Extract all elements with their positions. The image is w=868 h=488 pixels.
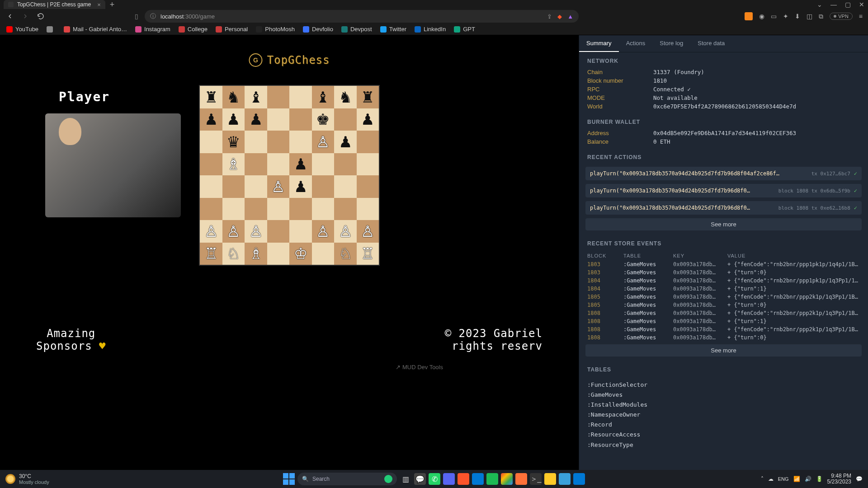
- bookmark-item[interactable]: Instagram: [135, 26, 170, 33]
- tray-chevron-icon[interactable]: ˄: [761, 476, 764, 482]
- board-square[interactable]: [357, 175, 379, 198]
- taskbar-firefox-icon[interactable]: [515, 473, 527, 485]
- table-item[interactable]: :ResourceType: [587, 440, 860, 450]
- action-row[interactable]: playTurn("0x0093a178db3570a94d24b925d7fd…: [585, 184, 862, 197]
- board-square[interactable]: ♘: [222, 243, 245, 265]
- board-square[interactable]: ♙: [334, 220, 357, 243]
- taskbar-weather[interactable]: 30°C Mostly cloudy: [5, 473, 49, 485]
- event-row[interactable]: 1805:GameMoves0x0093a178db…+ {"turn":0}: [579, 301, 868, 309]
- board-square[interactable]: [289, 198, 312, 221]
- tray-notifications-icon[interactable]: 💬: [856, 476, 863, 482]
- event-row[interactable]: 1803:GameMoves0x0093a178db…+ {"turn":0}: [579, 268, 868, 277]
- board-square[interactable]: ♙: [312, 131, 335, 153]
- taskbar-explorer-icon[interactable]: [544, 473, 556, 485]
- board-square[interactable]: ♔: [289, 243, 312, 265]
- actions-see-more[interactable]: See more: [585, 218, 862, 230]
- bookmark-item[interactable]: Mail - Gabriel Anto…: [64, 26, 127, 33]
- panel-tab[interactable]: Actions: [619, 35, 653, 52]
- action-row[interactable]: playTurn("0x0093a178db3570a94d24b925d7fd…: [585, 201, 862, 215]
- board-square[interactable]: ♖: [200, 243, 222, 265]
- vpn-badge[interactable]: VPN: [830, 13, 853, 20]
- board-square[interactable]: [267, 86, 290, 108]
- tab-close-icon[interactable]: ×: [97, 1, 101, 8]
- taskbar-chrome-icon[interactable]: [501, 473, 513, 485]
- board-square[interactable]: [289, 86, 312, 108]
- board-square[interactable]: ♗: [245, 243, 267, 265]
- window-dropdown-icon[interactable]: ⌄: [817, 1, 822, 8]
- board-square[interactable]: ♟: [245, 108, 267, 131]
- taskbar-whatsapp-icon[interactable]: ✆: [429, 473, 440, 485]
- board-square[interactable]: [245, 198, 267, 221]
- extensions-icon[interactable]: ✦: [783, 13, 788, 20]
- board-square[interactable]: ♖: [357, 243, 379, 265]
- board-square[interactable]: [312, 175, 335, 198]
- board-square[interactable]: ♟: [289, 175, 312, 198]
- board-square[interactable]: ♘: [334, 243, 357, 265]
- panel-tab[interactable]: Summary: [579, 35, 619, 52]
- taskbar-search[interactable]: 🔍 Search: [297, 473, 397, 485]
- event-row[interactable]: 1804:GameMoves0x0093a178db…+ {"turn":1}: [579, 285, 868, 293]
- table-item[interactable]: :Record: [587, 420, 860, 430]
- event-row[interactable]: 1808:GameMoves0x0093a178db…+ {"fenCode":…: [579, 309, 868, 317]
- bookmark-item[interactable]: YouTube: [6, 26, 38, 33]
- board-square[interactable]: ♟: [222, 108, 245, 131]
- board-square[interactable]: [357, 131, 379, 153]
- board-square[interactable]: ♟: [200, 108, 222, 131]
- tray-language-icon[interactable]: ENG: [778, 476, 789, 482]
- tray-volume-icon[interactable]: 🔊: [805, 476, 811, 482]
- event-row[interactable]: 1804:GameMoves0x0093a178db…+ {"fenCode":…: [579, 277, 868, 285]
- taskbar-vscode-icon[interactable]: [472, 473, 484, 485]
- board-square[interactable]: [289, 131, 312, 153]
- url-bar[interactable]: ⓘ localhost:3000/game ⇪ ◆ ▲: [145, 10, 579, 23]
- event-row[interactable]: 1803:GameMoves0x0093a178db…+ {"fenCode":…: [579, 260, 868, 268]
- panel-tab[interactable]: Store log: [652, 35, 690, 52]
- taskbar-chat-icon[interactable]: 💬: [414, 473, 426, 485]
- bookmark-item[interactable]: Devfolio: [303, 26, 333, 33]
- board-square[interactable]: ♙: [222, 220, 245, 243]
- tray-battery-icon[interactable]: 🔋: [816, 476, 823, 482]
- taskbar-brave-icon[interactable]: [458, 473, 469, 485]
- board-square[interactable]: [200, 153, 222, 176]
- board-square[interactable]: [267, 131, 290, 153]
- table-item[interactable]: :GameMoves: [587, 390, 860, 400]
- event-row[interactable]: 1808:GameMoves0x0093a178db…+ {"turn":0}: [579, 333, 868, 342]
- board-square[interactable]: [357, 153, 379, 176]
- bookmark-icon[interactable]: ▯: [135, 13, 138, 20]
- event-row[interactable]: 1808:GameMoves0x0093a178db…+ {"fenCode":…: [579, 325, 868, 333]
- board-square[interactable]: ♝: [312, 86, 335, 108]
- action-row[interactable]: playTurn("0x0093a178db3570a94d24b925d7fd…: [585, 167, 862, 180]
- board-square[interactable]: [267, 153, 290, 176]
- bookmark-item[interactable]: LinkedIn: [415, 26, 446, 33]
- board-square[interactable]: [334, 153, 357, 176]
- tray-wifi-icon[interactable]: 📶: [793, 476, 800, 482]
- sidebar-icon[interactable]: ◫: [807, 13, 812, 20]
- board-square[interactable]: [334, 198, 357, 221]
- event-row[interactable]: 1808:GameMoves0x0093a178db…+ {"turn":1}: [579, 317, 868, 325]
- table-item[interactable]: :FunctionSelector: [587, 380, 860, 390]
- board-square[interactable]: [222, 175, 245, 198]
- bookmark-item[interactable]: [47, 26, 56, 33]
- board-square[interactable]: ♙: [357, 220, 379, 243]
- board-square[interactable]: [245, 131, 267, 153]
- taskbar-taskview-icon[interactable]: ▥: [400, 473, 411, 485]
- bookmark-item[interactable]: GPT: [454, 26, 475, 33]
- board-square[interactable]: ♟: [289, 153, 312, 176]
- board-square[interactable]: ♞: [334, 86, 357, 108]
- nav-reload-button[interactable]: [36, 12, 45, 21]
- board-square[interactable]: ♙: [267, 175, 290, 198]
- mud-devtools-link[interactable]: ↗ MUD Dev Tools: [396, 364, 443, 371]
- board-square[interactable]: [267, 198, 290, 221]
- board-square[interactable]: [267, 243, 290, 265]
- board-square[interactable]: ♜: [200, 86, 222, 108]
- board-square[interactable]: ♙: [312, 220, 335, 243]
- board-square[interactable]: [200, 175, 222, 198]
- screenshot-icon[interactable]: ⧉: [819, 13, 823, 20]
- wallet-icon[interactable]: ▭: [771, 13, 777, 20]
- bookmark-item[interactable]: Devpost: [341, 26, 372, 33]
- tray-onedrive-icon[interactable]: ☁: [768, 476, 774, 482]
- brave-rewards-icon[interactable]: ▲: [567, 13, 573, 20]
- board-square[interactable]: ♙: [245, 220, 267, 243]
- board-square[interactable]: [357, 198, 379, 221]
- chess-board[interactable]: ♜♞♝♝♞♜♟♟♟♚♟♛♙♟♗♟♙♟♙♙♙♙♙♙♖♘♗♔♘♖: [199, 85, 380, 266]
- board-square[interactable]: ♜: [357, 86, 379, 108]
